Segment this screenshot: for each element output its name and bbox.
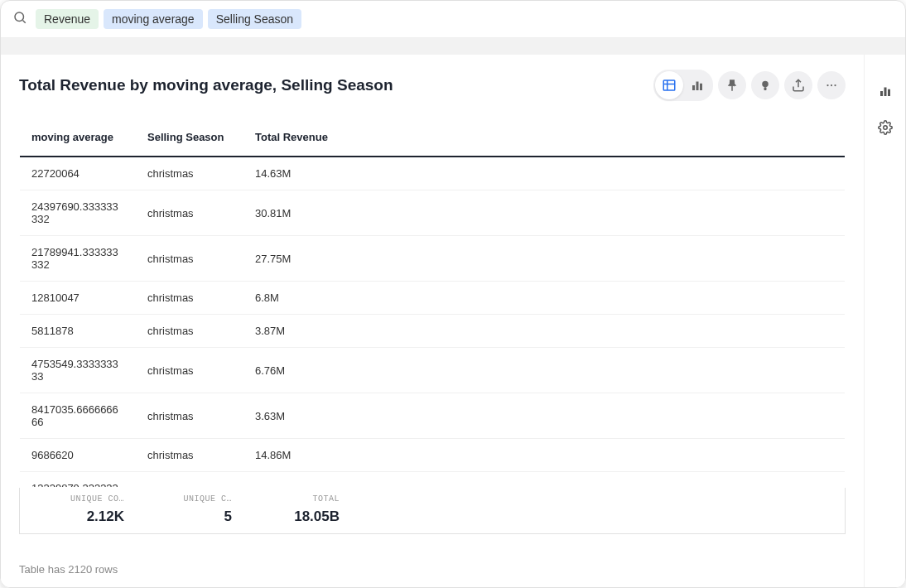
svg-line-1 (22, 20, 25, 22)
cell-empty (351, 282, 845, 315)
svg-point-8 (762, 81, 769, 88)
cell-total-revenue: 27.75M (243, 236, 351, 282)
search-bar: Revenuemoving averageSelling Season (1, 1, 905, 38)
cell-empty (351, 472, 845, 487)
cell-total-revenue: 6.8M (243, 282, 351, 315)
page-title: Total Revenue by moving average, Selling… (19, 76, 393, 94)
cell-total-revenue: 14.63M (243, 157, 351, 190)
cell-moving-average: 24397690.333333332 (20, 190, 136, 236)
svg-rect-5 (692, 85, 695, 90)
summary-value: 2.12K (31, 508, 124, 525)
cell-total-revenue: 3.63M (243, 393, 351, 439)
cell-moving-average: 21789941.333333332 (20, 236, 136, 282)
cell-empty (351, 190, 845, 236)
svg-point-17 (883, 126, 887, 130)
cell-moving-average: 5811878 (20, 315, 136, 348)
cell-empty (351, 315, 845, 348)
svg-rect-9 (764, 87, 767, 90)
summary-label: UNIQUE CO… (31, 494, 124, 504)
table-header-row: moving average Selling Season Total Reve… (20, 118, 845, 157)
table-row[interactable]: 9686620christmas14.86M (20, 439, 845, 472)
cell-empty (351, 348, 845, 393)
svg-rect-16 (888, 89, 890, 96)
svg-rect-7 (700, 84, 702, 90)
table-row[interactable]: 8417035.666666666christmas3.63M (20, 393, 845, 439)
side-rail (864, 55, 905, 587)
svg-point-0 (15, 12, 24, 22)
cell-selling-season: christmas (136, 315, 243, 348)
search-tag[interactable]: moving average (104, 9, 203, 29)
cell-selling-season: christmas (136, 190, 243, 236)
cell-selling-season: christmas (136, 439, 243, 472)
cell-selling-season: christmas (136, 282, 243, 315)
summary-cell: UNIQUE CO…2.12K (20, 488, 136, 533)
settings-button[interactable] (872, 114, 899, 141)
table-row[interactable]: 12810047christmas6.8M (20, 282, 845, 315)
cell-selling-season: christmas (136, 472, 243, 487)
svg-point-12 (831, 84, 832, 86)
pin-button[interactable] (718, 71, 746, 99)
summary-cell: UNIQUE C…5 (136, 488, 243, 533)
table-row[interactable]: 22720064christmas14.63M (20, 157, 845, 190)
cell-selling-season: christmas (136, 348, 243, 393)
svg-point-11 (826, 84, 828, 86)
cell-total-revenue: 3.87M (243, 315, 351, 348)
svg-rect-15 (884, 88, 886, 97)
table-view-button[interactable] (655, 71, 683, 99)
cell-moving-average: 12810047 (20, 282, 136, 315)
chart-view-button[interactable] (683, 71, 711, 99)
chart-config-button[interactable] (872, 78, 899, 104)
search-tag[interactable]: Revenue (36, 9, 99, 29)
svg-rect-6 (696, 82, 699, 91)
share-button[interactable] (784, 71, 812, 99)
cell-empty (351, 157, 845, 190)
cell-total-revenue: 30.81M (243, 190, 351, 236)
svg-rect-2 (663, 80, 675, 90)
table-row[interactable]: 24397690.333333332christmas30.81M (20, 190, 845, 236)
summary-label: TOTAL (255, 494, 340, 504)
more-options-button[interactable] (817, 71, 846, 99)
table-row[interactable]: 5811878christmas3.87M (20, 315, 845, 348)
table-footer: Table has 2120 rows (1, 552, 864, 587)
cell-moving-average: 4753549.333333333 (20, 348, 136, 393)
cell-empty (351, 439, 845, 472)
cell-total-revenue: 10.57M (243, 472, 351, 487)
summary-row: UNIQUE CO…2.12KUNIQUE C…5TOTAL18.05B (19, 488, 846, 534)
cell-empty (351, 236, 845, 282)
summary-value: 5 (147, 508, 232, 525)
cell-selling-season: christmas (136, 157, 243, 190)
cell-moving-average: 22720064 (20, 157, 136, 190)
cell-moving-average: 8417035.666666666 (20, 393, 136, 439)
table-row[interactable]: 21789941.333333332christmas27.75M (20, 236, 845, 282)
toolbar (653, 70, 846, 101)
data-table: moving average Selling Season Total Reve… (19, 118, 846, 488)
column-header[interactable]: Selling Season (136, 118, 243, 157)
summary-label: UNIQUE C… (147, 494, 232, 504)
column-header[interactable]: moving average (20, 118, 136, 157)
cell-moving-average: 13339879.3333333 (20, 472, 136, 487)
column-header-empty (351, 118, 845, 157)
cell-empty (351, 393, 845, 439)
column-header[interactable]: Total Revenue (243, 118, 351, 157)
svg-point-13 (834, 84, 836, 86)
table-row[interactable]: 4753549.333333333christmas6.76M (20, 348, 845, 393)
cell-selling-season: christmas (136, 236, 243, 282)
cell-total-revenue: 14.86M (243, 439, 351, 472)
insights-button[interactable] (751, 71, 779, 99)
svg-rect-14 (880, 91, 883, 96)
search-tag[interactable]: Selling Season (208, 9, 301, 29)
summary-cell: TOTAL18.05B (243, 488, 351, 533)
cell-total-revenue: 6.76M (243, 348, 351, 393)
cell-moving-average: 9686620 (20, 439, 136, 472)
table-row[interactable]: 13339879.3333333christmas10.57M (20, 472, 845, 487)
search-tags: Revenuemoving averageSelling Season (36, 9, 301, 29)
search-icon[interactable] (12, 10, 27, 28)
cell-selling-season: christmas (136, 393, 243, 439)
summary-value: 18.05B (255, 508, 340, 525)
